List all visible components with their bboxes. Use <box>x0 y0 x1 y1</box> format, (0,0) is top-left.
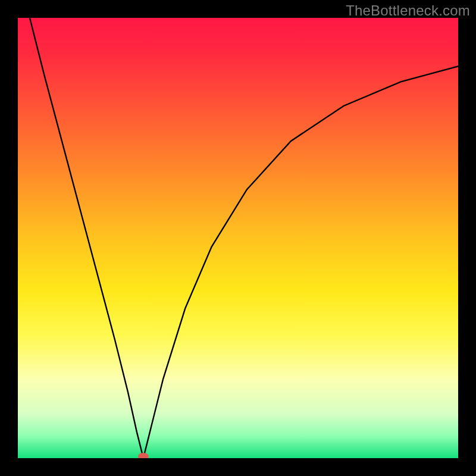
chart-stage: TheBottleneck.com <box>0 0 476 476</box>
plot-background <box>18 18 458 458</box>
attribution-text: TheBottleneck.com <box>346 2 470 19</box>
bottleneck-plot <box>18 18 458 458</box>
